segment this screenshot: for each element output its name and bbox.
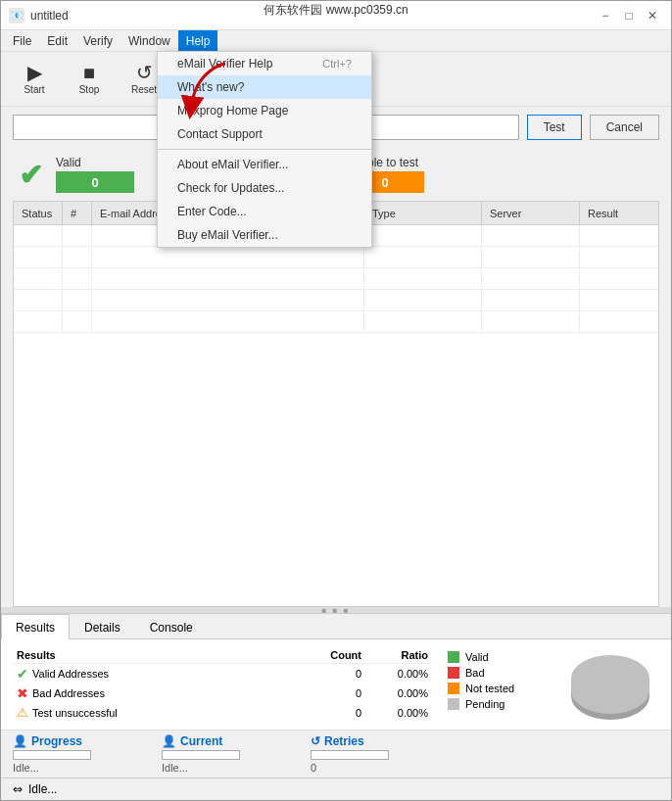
valid-count-badge: 0 [56,171,134,193]
legend-bad-color [448,667,459,679]
col-header-ratio: Ratio [369,649,428,661]
progress-icon: 👤 [13,734,27,748]
tab-console[interactable]: Console [135,614,208,639]
result-valid-count: 0 [311,668,369,680]
legend-bad: Bad [448,667,546,679]
menu-separator-1 [158,149,371,150]
menu-enter-code[interactable]: Enter Code... [158,200,371,223]
legend-pending-label: Pending [465,698,504,710]
start-icon: ▶ [27,63,42,82]
window-controls: − □ ✕ [595,5,663,26]
reset-icon: ↺ [136,63,153,82]
pie-chart [571,655,649,714]
results-area: Results Count Ratio ✔ Valid Addresses 0 … [1,639,671,730]
warn-icon: ⚠ [17,705,28,720]
td-server [482,225,580,246]
td-hash [63,225,92,246]
start-label: Start [24,84,44,95]
result-bad-count: 0 [311,687,369,699]
menu-maxprog-home[interactable]: Maxprog Home Page [158,99,371,122]
pie-chart-area [561,647,659,722]
legend-area: Valid Bad Not tested Pending [448,647,546,722]
menu-whats-new[interactable]: What's new? [158,75,371,99]
valid-icon: ✔ [13,157,48,192]
bottom-status-bar: ⇔ Idle... [1,777,671,800]
maximize-button[interactable]: □ [618,5,640,26]
current-title: 👤 Current [162,734,279,748]
retries-title: ↺ Retries [311,734,428,748]
menu-buy[interactable]: Buy eMail Verifier... [158,223,371,247]
help-dropdown-menu: eMail Verifier Help Ctrl+? What's new? M… [157,51,372,248]
stop-button[interactable]: ■ Stop [64,56,115,103]
close-button[interactable]: ✕ [642,5,663,26]
valid-label: Valid [56,156,134,169]
app-icon: 📧 [9,8,24,24]
progress-bar [13,750,91,760]
test-button[interactable]: Test [527,115,582,140]
title-bar: 📧 untitled − □ ✕ [1,1,671,30]
bottom-panel: Results Details Console Results Count Ra… [1,613,671,800]
progress-value: Idle... [13,762,130,774]
current-col: 👤 Current Idle... [162,734,279,774]
table-row[interactable] [14,311,658,333]
menu-verify[interactable]: Verify [75,30,120,51]
legend-not-tested-color [448,683,459,694]
td-status [14,225,63,246]
legend-valid-color [448,651,459,663]
tab-details[interactable]: Details [70,614,135,639]
stop-label: Stop [79,84,100,95]
legend-pending: Pending [448,698,546,710]
col-header-label: Results [17,649,311,661]
retries-icon: ↺ [311,734,320,748]
results-table-header: Results Count Ratio [13,647,432,664]
table-row[interactable] [14,247,658,268]
result-row-valid: ✔ Valid Addresses 0 0.00% [13,664,432,683]
progress-title: 👤 Progress [13,734,130,748]
main-window: 📧 untitled − □ ✕ 何东软件园 www.pc0359.cn Fil… [0,0,672,801]
legend-not-tested: Not tested [448,683,546,694]
connection-icon: ⇔ [13,782,23,796]
progress-col: 👤 Progress Idle... [13,734,130,774]
th-result: Result [580,202,658,224]
table-row[interactable] [14,268,658,290]
menu-check-updates[interactable]: Check for Updates... [158,176,371,200]
result-valid-label: ✔ Valid Addresses [17,666,311,682]
email-table: Status # E-mail Address Type Server Resu… [13,201,659,607]
valid-status: ✔ Valid 0 [13,156,134,193]
legend-valid: Valid [448,651,546,663]
th-server: Server [482,202,580,224]
title-bar-left: 📧 untitled [9,8,69,24]
menu-window[interactable]: Window [120,30,178,51]
cancel-button[interactable]: Cancel [590,115,659,140]
status-strip: 👤 Progress Idle... 👤 Current Idle... ↺ R… [1,730,671,777]
menu-contact-support[interactable]: Contact Support [158,122,371,146]
bad-cross-icon: ✖ [17,685,28,701]
tab-results[interactable]: Results [1,614,70,639]
minimize-button[interactable]: − [595,5,616,26]
window-title: untitled [30,9,69,23]
td-result [580,225,658,246]
results-grid: Results Count Ratio ✔ Valid Addresses 0 … [13,647,659,722]
start-button[interactable]: ▶ Start [9,56,60,103]
results-table: Results Count Ratio ✔ Valid Addresses 0 … [13,647,432,722]
td-type [364,225,482,246]
result-bad-ratio: 0.00% [369,687,428,699]
retries-col: ↺ Retries 0 [311,734,428,774]
retries-value: 0 [311,762,428,774]
menu-about[interactable]: About eMail Verifier... [158,153,371,176]
th-type: Type [364,202,482,224]
th-hash: # [63,202,92,224]
result-warn-label: ⚠ Test unsuccessful [17,705,311,720]
menu-bar: File Edit Verify Window Help [1,30,671,52]
table-row[interactable] [14,290,658,311]
bottom-status-text: Idle... [28,782,57,796]
current-bar [162,750,240,760]
legend-not-tested-label: Not tested [465,683,514,694]
result-valid-ratio: 0.00% [369,668,428,680]
result-row-bad: ✖ Bad Addresses 0 0.00% [13,683,432,703]
menu-email-verifier-help[interactable]: eMail Verifier Help Ctrl+? [158,52,371,75]
menu-file[interactable]: File [5,30,39,51]
menu-help[interactable]: Help [178,30,218,51]
valid-count-box: Valid 0 [56,156,134,193]
menu-edit[interactable]: Edit [39,30,75,51]
